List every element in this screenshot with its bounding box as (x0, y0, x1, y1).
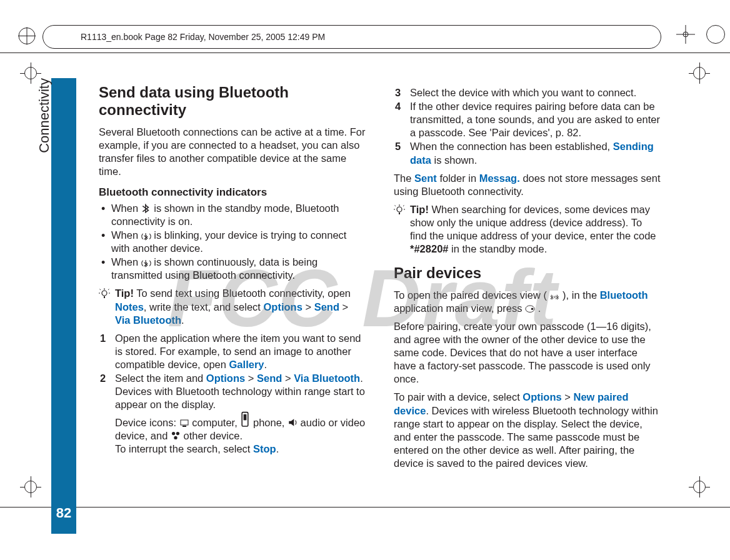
text: To interrupt the search, select (115, 443, 253, 454)
link-stop: Stop (253, 443, 276, 454)
link-via-bluetooth: Via Bluetooth (294, 372, 360, 384)
subheading-indicators: Bluetooth connectivity indicators (99, 186, 366, 199)
sent-folder-note: The Sent folder in Messag. does not stor… (394, 172, 661, 198)
bluetooth-paren-icon (141, 230, 151, 239)
audio-device-icon (288, 418, 298, 426)
text: ), in the (562, 289, 600, 301)
text: When the connection has been established… (410, 141, 613, 152)
crop-cluster-top-right (676, 25, 725, 44)
text: Select the device with which you want to… (410, 87, 636, 98)
link-send: Send (314, 301, 339, 312)
text: To open the paired devices view ( (394, 289, 547, 301)
column-right: Select the device with which you want to… (394, 84, 661, 496)
crosshair-icon (676, 25, 695, 44)
svg-line-26 (403, 205, 404, 206)
tip-bulb-icon (99, 288, 110, 299)
to-pair-paragraph: To pair with a device, select Options > … (394, 391, 661, 470)
svg-point-17 (172, 432, 175, 435)
side-band: Connectivity 82 (51, 78, 76, 534)
page-header-bar: R1113_en.book Page 82 Friday, November 2… (42, 25, 661, 49)
list-item: If the other device requires pairing bef… (394, 100, 661, 139)
svg-point-28 (531, 308, 534, 311)
link-send: Send (257, 372, 282, 384)
tip-text: Tip! To send text using Bluetooth connec… (115, 287, 366, 326)
crop-header-text: R1113_en.book Page 82 Friday, November 2… (81, 32, 325, 42)
tip-bulb-icon (394, 204, 405, 216)
steps-list-cont: Select the device with which you want to… (394, 86, 661, 167)
svg-point-18 (176, 432, 179, 435)
svg-line-11 (100, 289, 101, 291)
text: , write the text, and select (144, 301, 264, 312)
text: Select the item and (115, 372, 206, 384)
steps-list: Open the application where the item you … (99, 332, 366, 456)
svg-line-12 (108, 289, 109, 291)
svg-rect-14 (182, 426, 186, 427)
text: . Devices with wireless Bluetooth techno… (394, 405, 658, 469)
link-sent: Sent (414, 172, 437, 184)
list-item: Open the application where the item you … (99, 332, 366, 371)
crop-circle-icon (706, 25, 725, 44)
text: . (276, 443, 279, 454)
text: other device. (184, 430, 242, 441)
nav-right-icon (525, 303, 535, 312)
link-via-bluetooth: Via Bluetooth (115, 314, 181, 326)
text: is shown. (431, 154, 477, 166)
link-gallery: Gallery (229, 359, 264, 370)
link-notes: Notes (115, 301, 144, 312)
link-bluetooth-app: Bluetooth (600, 289, 648, 301)
bluetooth-paren-icon (141, 257, 151, 266)
text: If the other device requires pairing bef… (410, 101, 660, 138)
text: application main view, press (394, 302, 525, 314)
phone-icon (240, 411, 250, 420)
text: phone, (253, 417, 288, 428)
page-body: FCC Draft Send data using Bluetooth conn… (99, 84, 661, 496)
text: in the standby mode. (448, 243, 547, 254)
tip-text: Tip! When searching for devices, some de… (410, 203, 661, 256)
text: . (538, 302, 541, 314)
svg-point-20 (397, 207, 402, 212)
link-options: Options (264, 301, 302, 312)
computer-icon (179, 418, 189, 426)
registration-target-icon (689, 62, 710, 84)
indicator-list: When is shown in the standby mode, Bluet… (99, 202, 366, 282)
link-options: Options (522, 391, 561, 402)
tip-block: Tip! To send text using Bluetooth connec… (99, 287, 366, 326)
svg-point-6 (102, 291, 107, 296)
crop-line-bottom (0, 507, 730, 508)
text: folder in (437, 172, 479, 184)
pair-open-view: To open the paired devices view ( ), in … (394, 289, 661, 315)
text: To pair with a device, select (394, 391, 522, 402)
header-circle-icon (18, 28, 36, 47)
crop-line-top (0, 52, 730, 53)
text: computer, (192, 417, 240, 428)
svg-point-19 (174, 436, 177, 439)
text: . (264, 359, 268, 370)
column-left: Send data using Bluetooth connectivity S… (99, 84, 366, 496)
code-text: *#2820# (410, 243, 448, 254)
list-item: When is shown continuously, data is bein… (99, 256, 366, 282)
bluetooth-pair-icon (549, 290, 559, 299)
text: When searching for devices, some devices… (410, 204, 656, 241)
list-item: When is shown in the standby mode, Bluet… (99, 202, 366, 228)
link-options: Options (206, 372, 245, 384)
heading-send-data: Send data using Bluetooth connectivity (99, 84, 366, 119)
side-section-label: Connectivity (36, 78, 52, 159)
tip-label: Tip! (115, 288, 134, 299)
text: > (562, 391, 574, 402)
text: To send text using Bluetooth connectivit… (134, 288, 351, 299)
heading-pair-devices: Pair devices (394, 264, 661, 282)
text: > (282, 372, 294, 384)
text: When (111, 202, 141, 214)
list-item: When the connection has been established… (394, 140, 661, 166)
tip-block: Tip! When searching for devices, some de… (394, 203, 661, 256)
list-item: When is blinking, your device is trying … (99, 229, 366, 255)
text: . (181, 314, 184, 326)
tip-label: Tip! (410, 204, 429, 215)
registration-target-icon (20, 476, 41, 498)
intro-paragraph: Several Bluetooth connections can be act… (99, 126, 366, 178)
other-device-icon (171, 431, 181, 439)
passcode-paragraph: Before pairing, create your own passcode… (394, 320, 661, 386)
svg-rect-16 (244, 414, 247, 421)
text: > (302, 301, 314, 312)
registration-target-icon (689, 476, 710, 498)
